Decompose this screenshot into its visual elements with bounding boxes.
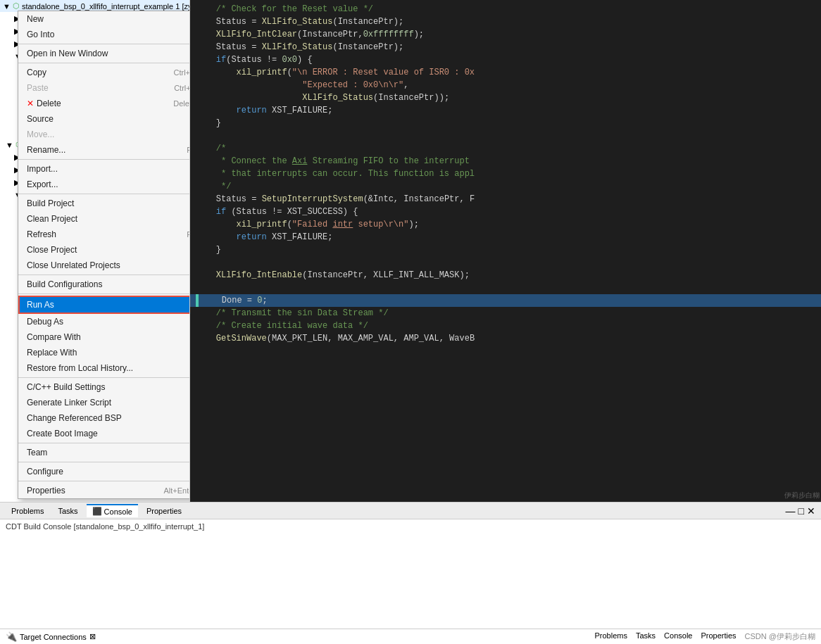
menu-openwindow-label: Open in New Window xyxy=(27,49,108,58)
code-text xyxy=(196,282,201,294)
menu-debugas[interactable]: Debug As ▶ xyxy=(18,314,190,329)
bottom-toolbar: — □ ✕ xyxy=(786,505,815,517)
menu-generatelinker[interactable]: Generate Linker Script xyxy=(18,395,190,410)
menu-restorefromlocal[interactable]: Restore from Local History... xyxy=(18,360,190,376)
tab-properties[interactable]: Properties xyxy=(141,505,187,517)
menu-properties[interactable]: Properties Alt+Enter xyxy=(18,483,190,498)
menu-refresh-label: Refresh xyxy=(27,229,56,239)
menu-comparewith[interactable]: Compare With ▶ xyxy=(18,329,190,345)
menu-properties-shortcut: Alt+Enter xyxy=(163,486,190,495)
code-text: /* Transmit the sin Data Stream */ xyxy=(196,307,389,320)
code-text: return XST_FAILURE; xyxy=(196,104,332,117)
menu-closeproject-label: Close Project xyxy=(27,245,77,255)
menu-createboot[interactable]: Create Boot Image xyxy=(18,426,190,441)
menu-closeunrelated-label: Close Unrelated Projects xyxy=(27,260,120,270)
menu-cleanproject[interactable]: Clean Project xyxy=(18,211,190,227)
menu-rename[interactable]: Rename... F2 xyxy=(18,142,190,158)
code-text: xil_printf("Failed intr setup\r\n"); xyxy=(196,218,419,231)
code-text: XLlFifo_IntClear(InstancePtr,0xffffffff)… xyxy=(196,28,424,41)
status-properties: Properties xyxy=(701,631,736,642)
status-bar: 🔌 Target Connections ⊠ Problems Tasks Co… xyxy=(0,629,821,644)
menu-cppbuild[interactable]: C/C++ Build Settings xyxy=(18,379,190,395)
menu-sep xyxy=(18,443,190,443)
code-line xyxy=(190,256,821,269)
tab-tasks[interactable]: Tasks xyxy=(52,505,83,517)
menu-gointo[interactable]: Go Into xyxy=(18,27,190,42)
menu-import[interactable]: Import... xyxy=(18,161,190,177)
menu-closeunrelated[interactable]: Close Unrelated Projects xyxy=(18,258,190,273)
code-text: Status = XLlFifo_Status(InstancePtr); xyxy=(196,41,403,53)
code-line: return XST_FAILURE; xyxy=(190,104,821,117)
tab-properties-label: Properties xyxy=(146,507,182,515)
code-text: if(Status != 0x0) { xyxy=(196,53,313,66)
menu-copy[interactable]: Copy Ctrl+C xyxy=(18,65,190,80)
code-line: "Expected : 0x0\n\r", xyxy=(190,79,821,91)
menu-move: Move... xyxy=(18,127,190,142)
project-expand-icon: ▼ xyxy=(3,2,11,11)
code-text: "Expected : 0x0\n\r", xyxy=(196,79,408,91)
tree-label: standalone_bsp_0_xllfifo_interrupt_examp… xyxy=(22,2,190,11)
code-text xyxy=(196,256,201,269)
menu-generatelinker-label: Generate Linker Script xyxy=(27,398,111,408)
code-text xyxy=(196,130,201,142)
project-explorer: ▼ ⬡ standalone_bsp_0_xllfifo_interrupt_e… xyxy=(0,0,190,502)
target-connections-label: Target Connections xyxy=(20,633,87,641)
code-editor: /* Check for the Reset value */ Status =… xyxy=(190,0,821,502)
main-area: ▼ ⬡ standalone_bsp_0_xllfifo_interrupt_e… xyxy=(0,0,821,502)
code-line: Status = XLlFifo_Status(InstancePtr); xyxy=(190,15,821,28)
code-line: /* Transmit the sin Data Stream */ xyxy=(190,307,821,320)
menu-copy-label: Copy xyxy=(27,68,46,77)
menu-buildproject[interactable]: Build Project xyxy=(18,196,190,211)
watermark: 伊莉步白糊 xyxy=(784,491,820,500)
code-text: return XST_FAILURE; xyxy=(196,231,332,244)
menu-buildconfigs[interactable]: Build Configurations ▶ xyxy=(18,277,190,292)
menu-paste: Paste Ctrl+V xyxy=(18,80,190,96)
delete-icon: ✕ xyxy=(27,99,34,108)
menu-replacewith[interactable]: Replace With ▶ xyxy=(18,345,190,360)
code-text: */ xyxy=(196,180,231,193)
menu-source-label: Source xyxy=(27,114,54,124)
close-icon[interactable]: ✕ xyxy=(807,505,815,517)
menu-configure[interactable]: Configure ▶ xyxy=(18,464,190,479)
code-line: xil_printf("Failed intr setup\r\n"); xyxy=(190,218,821,231)
code-line: if (Status != XST_SUCCESS) { xyxy=(190,206,821,218)
menu-changereferenced[interactable]: Change Referenced BSP xyxy=(18,410,190,426)
tab-tasks-label: Tasks xyxy=(58,507,77,515)
code-text: /* Check for the Reset value */ xyxy=(196,3,373,15)
menu-paste-label: Paste xyxy=(27,83,49,93)
menu-changereferenced-label: Change Referenced BSP xyxy=(27,413,122,423)
maximize-icon[interactable]: □ xyxy=(798,505,804,517)
menu-buildconfigs-label: Build Configurations xyxy=(27,279,102,289)
code-line-highlighted: Done = 0; xyxy=(190,294,821,307)
project-icon: ⬡ xyxy=(13,1,20,11)
code-text: /* xyxy=(196,142,226,155)
menu-delete[interactable]: ✕ Delete Delete xyxy=(18,96,190,111)
code-line: */ xyxy=(190,180,821,193)
menu-sep xyxy=(18,274,190,275)
menu-sep xyxy=(18,377,190,378)
code-line xyxy=(190,130,821,142)
code-text: } xyxy=(196,244,221,256)
menu-runas[interactable]: Run As ▶ xyxy=(18,296,190,314)
code-text: GetSinWave(MAX_PKT_LEN, MAX_AMP_VAL, AMP… xyxy=(196,332,475,345)
code-line: GetSinWave(MAX_PKT_LEN, MAX_AMP_VAL, AMP… xyxy=(190,332,821,345)
status-tasks: Tasks xyxy=(636,631,656,642)
menu-source[interactable]: Source ▶ xyxy=(18,111,190,127)
menu-openwindow[interactable]: Open in New Window xyxy=(18,46,190,61)
menu-team[interactable]: Team ▶ xyxy=(18,445,190,460)
code-text: Status = XLlFifo_Status(InstancePtr); xyxy=(196,15,403,28)
menu-new[interactable]: New ▶ xyxy=(18,11,190,27)
project-expand-icon: ▼ xyxy=(6,141,13,149)
minimize-icon[interactable]: — xyxy=(786,505,796,517)
code-line: * Connect the Axi Streaming FIFO to the … xyxy=(190,155,821,168)
menu-sep xyxy=(18,481,190,481)
menu-sep xyxy=(18,63,190,63)
code-line: return XST_FAILURE; xyxy=(190,231,821,244)
menu-closeproject[interactable]: Close Project xyxy=(18,242,190,258)
tab-problems[interactable]: Problems xyxy=(6,505,49,517)
menu-refresh[interactable]: Refresh F5 xyxy=(18,227,190,242)
menu-export[interactable]: Export... xyxy=(18,177,190,192)
menu-team-label: Team xyxy=(27,448,47,457)
tab-console[interactable]: ⬛ Console xyxy=(87,504,138,517)
code-line: /* xyxy=(190,142,821,155)
